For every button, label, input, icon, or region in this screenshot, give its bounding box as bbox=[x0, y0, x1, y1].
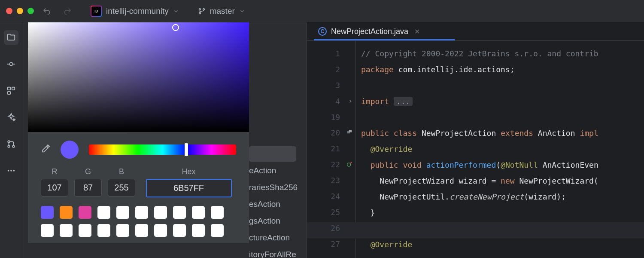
minimize-window-button[interactable] bbox=[17, 8, 23, 14]
code-line[interactable]: NewProjectWizard wizard = new NewProject… bbox=[361, 173, 644, 189]
code-line[interactable]: NewProjectUtil.createNewProject(wizard); bbox=[361, 189, 644, 205]
code-line[interactable] bbox=[361, 221, 644, 237]
svg-point-11 bbox=[10, 170, 12, 172]
code-line[interactable]: // Copyright 2000-2022 JetBrains s.r.o. … bbox=[361, 46, 644, 62]
close-tab-button[interactable]: ✕ bbox=[414, 28, 420, 36]
left-toolbar bbox=[0, 22, 22, 258]
code-line[interactable]: @Override bbox=[361, 237, 644, 253]
close-window-button[interactable] bbox=[6, 8, 12, 14]
line-number: 20 bbox=[307, 125, 355, 141]
color-swatch[interactable] bbox=[79, 224, 91, 237]
list-item[interactable]: rariesSha256 bbox=[249, 179, 305, 196]
intellij-icon: IJ bbox=[91, 6, 102, 17]
saturation-value-field[interactable] bbox=[28, 22, 249, 132]
svg-point-8 bbox=[12, 145, 15, 147]
color-swatch[interactable] bbox=[192, 224, 205, 237]
more-tool-button[interactable] bbox=[4, 163, 18, 178]
chevron-down-icon bbox=[239, 8, 245, 14]
code-line[interactable]: import ... bbox=[361, 94, 644, 110]
project-name: intellij-community bbox=[106, 6, 169, 16]
svg-point-9 bbox=[8, 145, 10, 147]
color-swatch[interactable] bbox=[116, 206, 129, 219]
color-swatch[interactable] bbox=[211, 206, 224, 219]
svg-point-3 bbox=[9, 62, 12, 65]
line-number: 2 bbox=[307, 62, 355, 78]
fold-chevron-icon[interactable] bbox=[348, 94, 353, 110]
color-swatch[interactable] bbox=[173, 206, 186, 219]
svg-point-10 bbox=[7, 170, 9, 172]
color-swatch[interactable] bbox=[211, 224, 224, 237]
r-input[interactable] bbox=[41, 179, 68, 197]
undo-icon[interactable] bbox=[43, 6, 52, 16]
ai-tool-button[interactable] bbox=[4, 110, 18, 125]
r-label: R bbox=[52, 167, 58, 176]
code-line[interactable] bbox=[361, 78, 644, 94]
commit-tool-button[interactable] bbox=[4, 57, 18, 71]
color-swatch[interactable] bbox=[135, 206, 148, 219]
code-line[interactable]: } bbox=[361, 205, 644, 221]
svg-rect-6 bbox=[7, 92, 10, 94]
tab-filename: NewProjectAction.java bbox=[331, 27, 408, 36]
editor-tab[interactable]: C NewProjectAction.java ✕ bbox=[315, 22, 423, 40]
list-item[interactable]: gsAction bbox=[249, 213, 305, 230]
line-number: 26 bbox=[307, 221, 355, 236]
color-swatch[interactable] bbox=[41, 224, 54, 237]
color-swatch[interactable] bbox=[79, 206, 91, 219]
line-number: 3 bbox=[307, 78, 355, 94]
color-swatch[interactable] bbox=[116, 224, 129, 237]
maximize-window-button[interactable] bbox=[27, 8, 34, 14]
line-number: 27 bbox=[307, 236, 355, 252]
color-swatch[interactable] bbox=[41, 206, 54, 219]
color-swatch[interactable] bbox=[173, 224, 186, 237]
code-line[interactable]: public void actionPerformed(@NotNull AnA… bbox=[361, 157, 644, 173]
svg-rect-4 bbox=[7, 87, 10, 90]
color-preview-swatch bbox=[61, 141, 79, 159]
gutter: 1234192021222324252627 bbox=[307, 41, 355, 258]
b-input[interactable] bbox=[108, 179, 135, 197]
list-item[interactable]: itoryForAllRe bbox=[249, 246, 305, 258]
override-gutter-icon[interactable] bbox=[346, 157, 353, 173]
implements-gutter-icon[interactable] bbox=[346, 125, 353, 141]
color-field-cursor[interactable] bbox=[172, 24, 179, 31]
swatch-row bbox=[41, 206, 236, 219]
hue-slider-handle[interactable] bbox=[185, 143, 188, 156]
list-item[interactable]: ctureAction bbox=[249, 230, 305, 246]
list-item[interactable]: eAction bbox=[249, 163, 305, 179]
svg-point-1 bbox=[203, 8, 204, 10]
g-input[interactable] bbox=[74, 179, 102, 197]
color-swatch[interactable] bbox=[192, 206, 205, 219]
branch-selector[interactable]: master bbox=[198, 6, 245, 16]
color-swatch[interactable] bbox=[154, 224, 167, 237]
partial-list: eActionrariesSha256esActiongsActioncture… bbox=[249, 163, 305, 258]
color-swatch[interactable] bbox=[60, 224, 73, 237]
hue-slider[interactable] bbox=[89, 144, 236, 155]
structure-tool-button[interactable] bbox=[4, 83, 18, 98]
svg-rect-14 bbox=[349, 130, 352, 132]
code-area[interactable]: // Copyright 2000-2022 JetBrains s.r.o. … bbox=[355, 41, 644, 258]
code-line[interactable]: package com.intellij.ide.actions; bbox=[361, 62, 644, 78]
color-swatch[interactable] bbox=[60, 206, 73, 219]
line-number: 4 bbox=[307, 94, 355, 110]
color-swatch[interactable] bbox=[135, 224, 148, 237]
eyedropper-button[interactable] bbox=[41, 144, 50, 155]
hex-label: Hex bbox=[182, 167, 195, 176]
code-line[interactable] bbox=[361, 110, 644, 126]
editor-tabs: C NewProjectAction.java ✕ bbox=[307, 22, 644, 41]
project-tool-button[interactable] bbox=[4, 30, 18, 45]
project-selector[interactable]: IJ intellij-community bbox=[91, 6, 179, 17]
code-line[interactable]: @Override bbox=[361, 141, 644, 157]
list-item[interactable]: esAction bbox=[249, 196, 305, 213]
color-swatch[interactable] bbox=[97, 206, 110, 219]
vcs-tool-button[interactable] bbox=[4, 137, 18, 151]
color-swatch[interactable] bbox=[154, 206, 167, 219]
svg-point-15 bbox=[347, 163, 351, 166]
line-number: 1 bbox=[307, 46, 355, 62]
code-line[interactable]: public class NewProjectAction extends An… bbox=[361, 126, 644, 141]
g-label: G bbox=[85, 167, 91, 176]
redo-icon[interactable] bbox=[62, 6, 72, 16]
line-number: 25 bbox=[307, 205, 355, 221]
hex-input[interactable] bbox=[146, 179, 232, 197]
color-swatch[interactable] bbox=[97, 224, 110, 237]
editor-body[interactable]: 1234192021222324252627 // Copyright 2000… bbox=[307, 41, 644, 258]
svg-point-0 bbox=[199, 8, 200, 10]
